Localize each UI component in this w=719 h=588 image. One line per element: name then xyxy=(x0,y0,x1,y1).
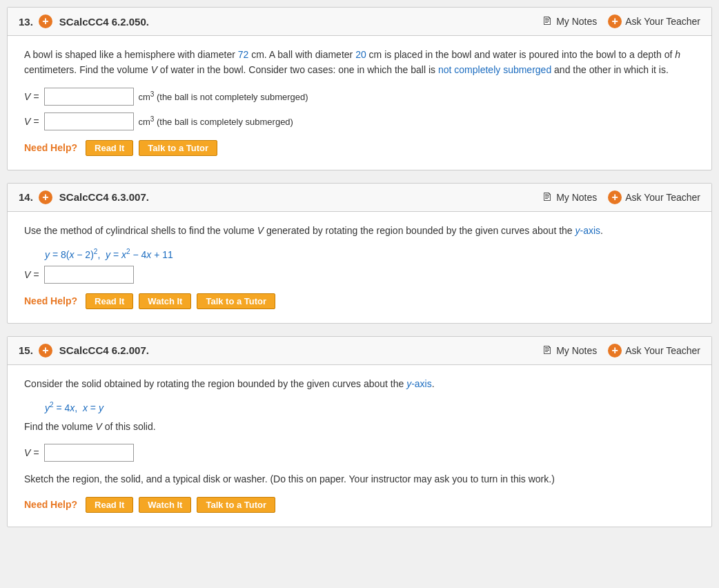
problem-id-13: SCalcCC4 6.2.050. xyxy=(59,16,542,28)
need-help-label-15: Need Help? xyxy=(24,499,77,510)
problem-text-15c: Sketch the region, the solid, and a typi… xyxy=(24,471,695,487)
read-it-btn-13[interactable]: Read It xyxy=(86,140,133,156)
my-notes-btn-13[interactable]: 🖹 My Notes xyxy=(542,15,597,28)
eq-text-14: y = 8(x − 2)2, y = x2 − 4x + 11 xyxy=(45,249,173,260)
v-input-13-2[interactable] xyxy=(44,112,134,130)
header-actions-15: 🖹 My Notes + Ask Your Teacher xyxy=(542,344,700,357)
ask-teacher-icon-15: + xyxy=(608,344,622,357)
header-actions-13: 🖹 My Notes + Ask Your Teacher xyxy=(542,14,700,28)
need-help-row-15: Need Help? Read It Watch It Talk to a Tu… xyxy=(24,497,695,513)
problem-text-13: A bowl is shaped like a hemisphere with … xyxy=(24,47,695,78)
talk-tutor-btn-15[interactable]: Talk to a Tutor xyxy=(197,497,275,513)
problem-header-15: 15. + SCalcCC4 6.2.007. 🖹 My Notes + Ask… xyxy=(8,337,711,365)
ask-teacher-btn-13[interactable]: + Ask Your Teacher xyxy=(608,14,700,28)
header-actions-14: 🖹 My Notes + Ask Your Teacher xyxy=(542,190,700,204)
input-line-13-1: V = cm3 (the ball is not completely subm… xyxy=(24,88,695,106)
need-help-row-13: Need Help? Read It Talk to a Tutor xyxy=(24,140,695,156)
ask-teacher-label-15: Ask Your Teacher xyxy=(625,345,700,356)
note-icon-13: 🖹 xyxy=(542,15,553,28)
expand-icon-15[interactable]: + xyxy=(39,344,52,357)
ask-teacher-label-13: Ask Your Teacher xyxy=(625,16,700,27)
problem-text-14: Use the method of cylindrical shells to … xyxy=(24,223,695,238)
problem-card-13: 13. + SCalcCC4 6.2.050. 🖹 My Notes + Ask… xyxy=(7,7,712,170)
not-submerged-text: not completely submerged xyxy=(438,64,551,75)
ask-teacher-label-14: Ask Your Teacher xyxy=(625,192,700,203)
read-it-btn-15[interactable]: Read It xyxy=(86,497,133,513)
talk-tutor-btn-14[interactable]: Talk to a Tutor xyxy=(197,293,275,309)
need-help-row-14: Need Help? Read It Watch It Talk to a Tu… xyxy=(24,293,695,309)
v-label-13-2: V = xyxy=(24,116,39,127)
note-icon-14: 🖹 xyxy=(542,191,553,204)
v-label-13-1: V = xyxy=(24,91,39,102)
eq-text-15: y2 = 4x, x = y xyxy=(45,402,104,413)
ask-teacher-btn-15[interactable]: + Ask Your Teacher xyxy=(608,344,700,357)
problem-card-14: 14. + SCalcCC4 6.3.007. 🖹 My Notes + Ask… xyxy=(7,183,712,324)
expand-icon-13[interactable]: + xyxy=(39,14,52,28)
v-label-15: V = xyxy=(24,447,39,458)
problem-number-14: 14. xyxy=(19,191,33,203)
v-input-14[interactable] xyxy=(44,266,134,284)
problem-body-13: A bowl is shaped like a hemisphere with … xyxy=(8,36,711,170)
v-input-13-1[interactable] xyxy=(44,88,134,106)
problem-text-15a: Consider the solid obtained by rotating … xyxy=(24,376,695,391)
watch-it-btn-14[interactable]: Watch It xyxy=(139,293,191,309)
problem-card-15: 15. + SCalcCC4 6.2.007. 🖹 My Notes + Ask… xyxy=(7,336,712,527)
watch-it-btn-15[interactable]: Watch It xyxy=(139,497,191,513)
need-help-label-14: Need Help? xyxy=(24,295,77,306)
my-notes-btn-15[interactable]: 🖹 My Notes xyxy=(542,344,597,357)
problem-number-15: 15. xyxy=(19,344,33,356)
note-icon-15: 🖹 xyxy=(542,344,553,357)
y-axis-text-14: y-axis xyxy=(575,225,601,236)
v-label-14: V = xyxy=(24,269,39,280)
ask-teacher-icon-13: + xyxy=(608,14,622,28)
problem-text-15b: Find the volume V of this solid. xyxy=(24,419,695,434)
val-20: 20 xyxy=(355,49,366,60)
talk-tutor-btn-13[interactable]: Talk to a Tutor xyxy=(139,140,217,156)
y-axis-text-15: y-axis xyxy=(406,378,432,389)
my-notes-label-14: My Notes xyxy=(556,192,597,203)
problem-id-15: SCalcCC4 6.2.007. xyxy=(59,344,542,356)
problem-id-14: SCalcCC4 6.3.007. xyxy=(59,191,542,203)
v-input-15[interactable] xyxy=(44,444,134,462)
problem-header-13: 13. + SCalcCC4 6.2.050. 🖹 My Notes + Ask… xyxy=(8,8,711,36)
read-it-btn-14[interactable]: Read It xyxy=(86,293,133,309)
ask-teacher-btn-14[interactable]: + Ask Your Teacher xyxy=(608,190,700,204)
input-line-15: V = xyxy=(24,444,695,462)
my-notes-btn-14[interactable]: 🖹 My Notes xyxy=(542,191,597,204)
input-line-14: V = xyxy=(24,266,695,284)
unit-13-1: cm3 (the ball is not completely submerge… xyxy=(138,90,308,102)
problem-body-15: Consider the solid obtained by rotating … xyxy=(8,365,711,527)
ask-teacher-icon-14: + xyxy=(608,190,622,204)
problem-number-13: 13. xyxy=(19,16,33,28)
my-notes-label-15: My Notes xyxy=(556,345,597,356)
val-72: 72 xyxy=(238,49,249,60)
my-notes-label-13: My Notes xyxy=(556,16,597,27)
expand-icon-14[interactable]: + xyxy=(39,190,52,204)
equation-15: y2 = 4x, x = y xyxy=(45,401,695,413)
input-line-13-2: V = cm3 (the ball is completely submerge… xyxy=(24,112,695,130)
equation-14: y = 8(x − 2)2, y = x2 − 4x + 11 xyxy=(45,248,695,260)
problem-header-14: 14. + SCalcCC4 6.3.007. 🖹 My Notes + Ask… xyxy=(8,184,711,212)
problem-body-14: Use the method of cylindrical shells to … xyxy=(8,212,711,323)
need-help-label-13: Need Help? xyxy=(24,142,77,153)
unit-13-2: cm3 (the ball is completely submerged) xyxy=(138,115,293,127)
